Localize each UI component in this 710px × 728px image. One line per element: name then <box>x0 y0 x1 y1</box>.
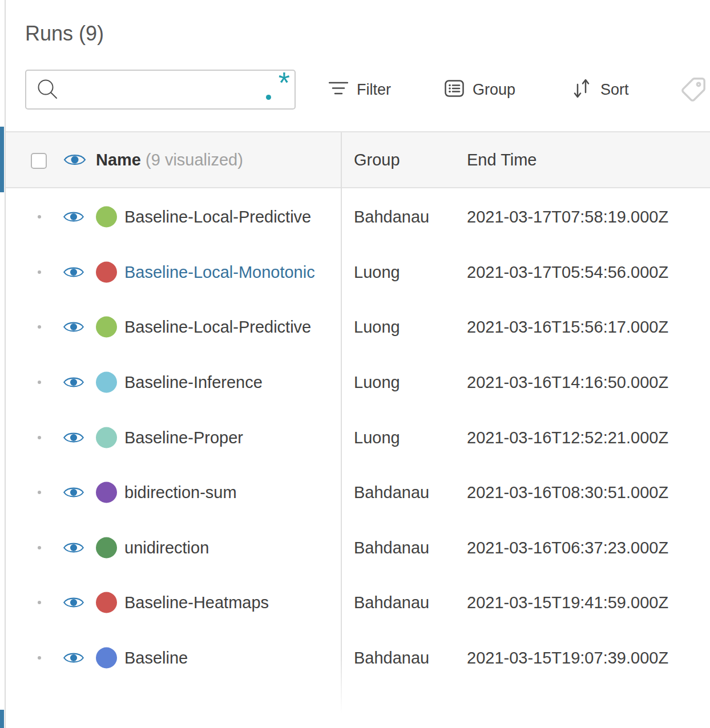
drag-handle-dot[interactable] <box>38 601 41 604</box>
run-end-time-cell: 2021-03-15T19:07:39.000Z <box>467 649 668 668</box>
drag-handle-dot[interactable] <box>38 491 41 494</box>
drag-handle-dot[interactable] <box>38 215 41 219</box>
regex-star: * <box>279 67 290 99</box>
run-visibility-eye-icon[interactable] <box>63 209 84 225</box>
header-accent-strip <box>0 127 4 192</box>
table-row: Baseline Bahdanau 2021-03-15T19:07:39.00… <box>6 630 710 686</box>
run-end-time-cell: 2021-03-16T14:16:50.000Z <box>467 373 668 392</box>
run-group-cell: Bahdanau <box>354 538 429 557</box>
run-name-link[interactable]: Baseline-Heatmaps <box>124 593 333 612</box>
run-group-cell: Luong <box>354 373 400 392</box>
page-title: Runs (9) <box>25 22 104 46</box>
run-color-dot[interactable] <box>96 592 117 613</box>
run-end-time-cell: 2021-03-16T15:56:17.000Z <box>467 318 668 337</box>
run-color-dot[interactable] <box>96 261 117 282</box>
run-end-time-cell: 2021-03-17T05:54:56.000Z <box>467 262 668 281</box>
run-group-cell: Bahdanau <box>354 593 429 612</box>
regex-toggle-icon[interactable]: * <box>264 74 290 106</box>
filter-button[interactable]: Filter <box>329 70 391 110</box>
run-color-dot[interactable] <box>96 207 117 228</box>
run-name-link[interactable]: Baseline-Inference <box>124 373 333 392</box>
tag-icon <box>680 76 707 103</box>
run-end-time-cell: 2021-03-15T19:41:59.000Z <box>467 593 668 612</box>
run-color-dot[interactable] <box>96 648 117 669</box>
run-visibility-eye-icon[interactable] <box>63 540 84 556</box>
search-icon <box>37 78 59 101</box>
run-group-cell: Luong <box>354 262 400 281</box>
table-row: Baseline-Proper Luong 2021-03-16T12:52:2… <box>6 410 710 465</box>
run-name-link[interactable]: Baseline-Local-Monotonic <box>124 262 333 281</box>
visualized-count: (9 visualized) <box>146 151 243 169</box>
name-column-header[interactable]: Name (9 visualized) <box>96 151 243 169</box>
sort-icon <box>571 78 592 102</box>
run-end-time-cell: 2021-03-16T12:52:21.000Z <box>467 428 668 447</box>
run-color-dot[interactable] <box>96 427 117 448</box>
run-name-link[interactable]: Baseline <box>124 649 333 668</box>
run-end-time-cell: 2021-03-17T07:58:19.000Z <box>467 208 668 227</box>
group-label: Group <box>473 81 515 99</box>
drag-handle-dot[interactable] <box>38 270 41 274</box>
run-visibility-eye-icon[interactable] <box>63 594 84 610</box>
bottom-accent-strip <box>0 710 4 728</box>
run-visibility-eye-icon[interactable] <box>63 319 84 335</box>
run-group-cell: Luong <box>354 318 400 337</box>
run-name-link[interactable]: unidirection <box>124 538 333 557</box>
tag-button[interactable] <box>680 70 707 110</box>
drag-handle-dot[interactable] <box>38 381 41 384</box>
select-all-checkbox[interactable] <box>31 153 47 169</box>
search-input[interactable] <box>66 80 264 99</box>
end-time-column-header[interactable]: End Time <box>467 151 537 169</box>
toggle-all-visibility-eye-icon[interactable] <box>63 151 86 168</box>
drag-handle-dot[interactable] <box>38 325 41 329</box>
run-end-time-cell: 2021-03-16T08:30:51.000Z <box>467 483 668 502</box>
run-group-cell: Bahdanau <box>354 208 429 227</box>
group-column-header[interactable]: Group <box>354 151 400 169</box>
sort-button[interactable]: Sort <box>571 70 629 110</box>
table-row: Baseline-Local-Monotonic Luong 2021-03-1… <box>6 245 710 300</box>
run-name-link[interactable]: Baseline-Proper <box>124 428 333 447</box>
runs-table-header: Name (9 visualized) Group End Time <box>6 131 710 188</box>
run-visibility-eye-icon[interactable] <box>63 374 84 390</box>
run-color-dot[interactable] <box>96 372 117 393</box>
group-button[interactable]: Group <box>445 70 515 110</box>
table-row: unidirection Bahdanau 2021-03-16T06:37:2… <box>6 520 710 576</box>
runs-search-box[interactable]: * <box>25 70 296 110</box>
drag-handle-dot[interactable] <box>38 436 41 439</box>
run-end-time-cell: 2021-03-16T06:37:23.000Z <box>467 538 668 557</box>
filter-icon <box>329 81 348 98</box>
table-row: Baseline-Local-Predictive Bahdanau 2021-… <box>6 189 710 245</box>
table-row: bidirection-sum Bahdanau 2021-03-16T08:3… <box>6 465 710 520</box>
run-color-dot[interactable] <box>96 537 117 558</box>
run-visibility-eye-icon[interactable] <box>63 484 84 500</box>
run-name-link[interactable]: Baseline-Local-Predictive <box>124 208 333 227</box>
group-icon <box>445 80 464 99</box>
table-row: Baseline-Local-Predictive Luong 2021-03-… <box>6 300 710 355</box>
run-visibility-eye-icon[interactable] <box>63 430 84 446</box>
drag-handle-dot[interactable] <box>38 546 41 549</box>
run-color-dot[interactable] <box>96 482 117 503</box>
sort-label: Sort <box>600 81 629 99</box>
run-group-cell: Bahdanau <box>354 483 429 502</box>
run-visibility-eye-icon[interactable] <box>63 650 84 666</box>
filter-label: Filter <box>357 81 391 99</box>
run-color-dot[interactable] <box>96 317 117 338</box>
run-name-link[interactable]: bidirection-sum <box>124 483 333 502</box>
runs-table-body: Baseline-Local-Predictive Bahdanau 2021-… <box>6 189 710 685</box>
table-row: Baseline-Inference Luong 2021-03-16T14:1… <box>6 355 710 410</box>
regex-dot <box>266 95 271 100</box>
table-row: Baseline-Heatmaps Bahdanau 2021-03-15T19… <box>6 575 710 630</box>
run-group-cell: Bahdanau <box>354 649 429 668</box>
run-name-link[interactable]: Baseline-Local-Predictive <box>124 318 333 337</box>
drag-handle-dot[interactable] <box>38 656 41 660</box>
run-visibility-eye-icon[interactable] <box>63 264 84 280</box>
run-group-cell: Luong <box>354 428 400 447</box>
